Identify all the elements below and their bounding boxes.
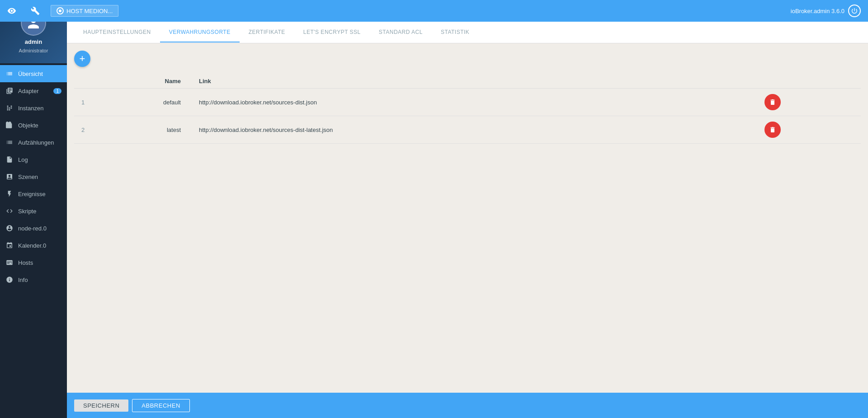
sidebar-item-label: Skripte: [18, 208, 36, 215]
save-button[interactable]: SPEICHERN: [74, 399, 128, 412]
tab-zertifikate[interactable]: ZERTIFIKATE: [240, 23, 294, 42]
sidebar-item-label: Szenen: [18, 174, 38, 180]
sidebar-item-skripte[interactable]: Skripte: [0, 202, 67, 220]
szenen-icon: [5, 173, 14, 181]
log-icon: [5, 155, 14, 164]
row-action: [757, 89, 861, 116]
host-power-icon: [57, 7, 64, 14]
row-num: 1: [74, 89, 101, 116]
aufzaehlungen-icon: [5, 138, 14, 146]
tab-lets-encrypt[interactable]: LET'S ENCRYPT SSL: [294, 23, 370, 42]
plus-icon: +: [80, 53, 85, 65]
header-left: HOST MEDION...: [0, 3, 118, 19]
repository-table-container: Name Link 1 default http://download.iobr…: [74, 74, 861, 385]
sidebar-item-label: node-red.0: [18, 225, 47, 232]
sidebar-item-label: Aufzählungen: [18, 139, 54, 146]
col-action: [757, 74, 861, 89]
sidebar-item-info[interactable]: Info: [0, 271, 67, 288]
uebersicht-icon: [5, 70, 14, 78]
sidebar-item-label: Objekte: [18, 122, 38, 129]
table-header: Name Link: [74, 74, 861, 89]
hosts-icon: [5, 258, 14, 267]
delete-row-2-button[interactable]: [764, 122, 781, 138]
sidebar-item-hosts[interactable]: Hosts: [0, 254, 67, 271]
app-version: ioBroker.admin 3.6.0: [791, 8, 844, 14]
tabs-bar: HAUPTEINSTELLUNGEN VERWAHRUNGSORTE ZERTI…: [67, 22, 868, 43]
sidebar-item-log[interactable]: Log: [0, 151, 67, 168]
tab-verwahrungsorte[interactable]: VERWAHRUNGSORTE: [160, 23, 240, 42]
adapter-icon: [5, 87, 14, 95]
tab-haupteinstellungen[interactable]: HAUPTEINSTELLUNGEN: [74, 23, 160, 42]
repository-table: Name Link 1 default http://download.iobr…: [74, 74, 861, 144]
row-num: 2: [74, 116, 101, 144]
sidebar-item-label: Info: [18, 277, 28, 283]
sidebar-item-label: Hosts: [18, 259, 33, 266]
node-red-icon: [5, 224, 14, 232]
kalender-icon: [5, 241, 14, 249]
row-name: default: [101, 89, 192, 116]
sidebar-item-label: Log: [18, 156, 28, 163]
table-row: 1 default http://download.iobroker.net/s…: [74, 89, 861, 116]
col-num: [74, 74, 101, 89]
sidebar-item-node-red[interactable]: node-red.0: [0, 220, 67, 237]
content-area: + Name Link 1 default http://downloa: [67, 43, 868, 393]
sidebar-item-label: Ereignisse: [18, 191, 46, 197]
host-label: HOST MEDION...: [66, 8, 113, 14]
sidebar: ✕ admin Administrator Übersicht Adapter …: [0, 0, 67, 418]
skripte-icon: [5, 207, 14, 215]
wrench-icon[interactable]: [27, 3, 43, 19]
sidebar-item-label: Instanzen: [18, 105, 43, 112]
cancel-button[interactable]: ABBRECHEN: [132, 399, 189, 412]
row-link: http://download.iobroker.net/sources-dis…: [192, 116, 757, 144]
sidebar-item-label: Kalender.0: [18, 242, 46, 249]
header-right: ioBroker.admin 3.6.0: [791, 5, 868, 17]
col-name: Name: [101, 74, 192, 89]
table-body: 1 default http://download.iobroker.net/s…: [74, 89, 861, 144]
sidebar-item-aufzaehlungen[interactable]: Aufzählungen: [0, 134, 67, 151]
row-name: latest: [101, 116, 192, 144]
info-icon: [5, 276, 14, 284]
tab-standard-acl[interactable]: STANDARD ACL: [370, 23, 432, 42]
sidebar-role: Administrator: [19, 48, 48, 53]
col-link: Link: [192, 74, 757, 89]
sidebar-item-instanzen[interactable]: Instanzen: [0, 99, 67, 117]
row-action: [757, 116, 861, 144]
tab-statistik[interactable]: STATISTIK: [432, 23, 478, 42]
add-repository-button[interactable]: +: [74, 51, 90, 67]
row-link: http://download.iobroker.net/sources-dis…: [192, 89, 757, 116]
sidebar-nav: Übersicht Adapter 1 Instanzen Objekte: [0, 63, 67, 418]
instanzen-icon: [5, 104, 14, 112]
sidebar-item-label: Adapter: [18, 88, 39, 94]
sidebar-item-objekte[interactable]: Objekte: [0, 117, 67, 134]
delete-row-1-button[interactable]: [764, 94, 781, 110]
adapter-badge: 1: [53, 88, 61, 94]
ereignisse-icon: [5, 190, 14, 198]
power-icon[interactable]: [848, 5, 861, 17]
sidebar-item-label: Übersicht: [18, 70, 43, 77]
objekte-icon: [5, 121, 14, 129]
eye-icon[interactable]: [4, 3, 20, 19]
sidebar-item-kalender[interactable]: Kalender.0: [0, 237, 67, 254]
sidebar-item-szenen[interactable]: Szenen: [0, 168, 67, 185]
sidebar-item-ereignisse[interactable]: Ereignisse: [0, 185, 67, 202]
bottom-bar: SPEICHERN ABBRECHEN: [67, 393, 868, 418]
sidebar-username: admin: [25, 38, 42, 45]
host-button[interactable]: HOST MEDION...: [51, 5, 118, 17]
header: HOST MEDION... ioBroker.admin 3.6.0: [0, 0, 868, 22]
main-content: HAUPTEINSTELLUNGEN VERWAHRUNGSORTE ZERTI…: [67, 22, 868, 418]
sidebar-item-adapter[interactable]: Adapter 1: [0, 82, 67, 99]
sidebar-item-uebersicht[interactable]: Übersicht: [0, 65, 67, 82]
table-row: 2 latest http://download.iobroker.net/so…: [74, 116, 861, 144]
